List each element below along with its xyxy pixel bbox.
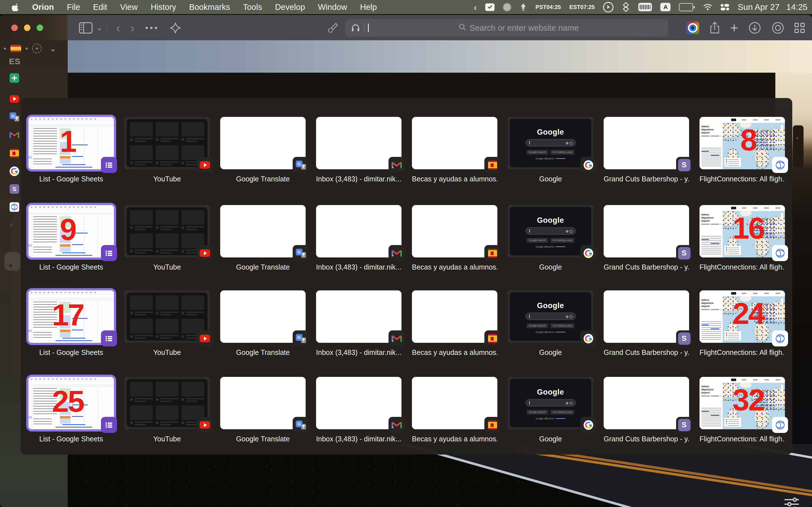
checkbox-menu-icon[interactable] <box>485 3 495 11</box>
tab-tile[interactable]: Google Google Search I'm Feeling Lucky G… <box>508 205 593 271</box>
tab-tile[interactable]: Google Google Search I'm Feeling Lucky G… <box>700 117 785 183</box>
tab-tile[interactable]: Google Google Search I'm Feeling Lucky G… <box>604 205 689 271</box>
tab-tile[interactable]: Google Google Search I'm Feeling Lucky G… <box>29 290 114 356</box>
tab-tile[interactable]: Google Google Search I'm Feeling Lucky G… <box>29 117 114 183</box>
tab-tile[interactable]: Google Google Search I'm Feeling Lucky G… <box>124 377 210 443</box>
tab-tile[interactable]: Google Google Search I'm Feeling Lucky G… <box>220 205 306 271</box>
close-window-button[interactable] <box>11 24 18 31</box>
address-bar[interactable]: Search or enter website name <box>345 19 668 37</box>
ai-sparkle-icon[interactable] <box>169 22 181 34</box>
tab-overview-icon[interactable] <box>795 23 805 33</box>
downloads-icon[interactable] <box>748 21 761 34</box>
tab-thumbnail: Google Google Search I'm Feeling Lucky G… <box>29 290 114 343</box>
tab-favicon-badge: G S <box>580 245 596 261</box>
toggle-sidebar-icon[interactable] <box>79 22 93 34</box>
group-dot-icon[interactable] <box>4 48 6 50</box>
zoom-window-button[interactable] <box>37 24 43 31</box>
appearance-brush-icon[interactable] <box>326 22 339 34</box>
tab-tile[interactable]: Google Google Search I'm Feeling Lucky G… <box>316 290 402 356</box>
tab-tile[interactable]: Google Google Search I'm Feeling Lucky G… <box>508 117 593 183</box>
forward-button[interactable]: › <box>130 22 135 34</box>
menu-item-file[interactable]: File <box>67 3 80 12</box>
menu-item-edit[interactable]: Edit <box>93 3 107 12</box>
menu-item-tools[interactable]: Tools <box>243 3 262 12</box>
menu-bar: OrionFileEditViewHistoryBookmarksToolsDe… <box>0 0 812 14</box>
tab-title: List - Google Sheets <box>29 348 114 356</box>
google-translate-icon: G <box>296 420 306 430</box>
group-chevron-down-icon[interactable]: ⌄ <box>50 44 56 53</box>
flightconnections-icon[interactable] <box>10 202 19 212</box>
tab-tile[interactable]: Google Google Search I'm Feeling Lucky G… <box>412 290 497 356</box>
timezone-est[interactable]: EST07:25 <box>569 4 595 10</box>
tab-tile[interactable]: Google Google Search I'm Feeling Lucky G… <box>316 117 402 183</box>
tab-tile[interactable]: Google Google Search I'm Feeling Lucky G… <box>604 117 689 183</box>
more-menu-icon[interactable]: ••• <box>145 23 159 33</box>
input-source-icon[interactable]: A <box>660 3 670 11</box>
barcode-menu-icon[interactable] <box>638 3 652 11</box>
gmail-icon[interactable] <box>10 130 19 140</box>
youtube-icon <box>200 161 210 169</box>
tab-tile[interactable]: Google Google Search I'm Feeling Lucky G… <box>220 377 306 443</box>
tab-tile[interactable]: Google Google Search I'm Feeling Lucky G… <box>508 377 593 443</box>
menu-item-develop[interactable]: Develop <box>275 3 305 12</box>
tab-tile[interactable]: Google Google Search I'm Feeling Lucky G… <box>604 377 689 443</box>
sidebar-handle[interactable] <box>4 252 20 271</box>
tab-tile[interactable]: Google Google Search I'm Feeling Lucky G… <box>700 205 785 271</box>
menu-item-help[interactable]: Help <box>360 3 377 12</box>
tab-tile[interactable]: Google Google Search I'm Feeling Lucky G… <box>29 205 114 271</box>
tab-tile[interactable]: Google Google Search I'm Feeling Lucky G… <box>412 205 497 271</box>
tab-tile[interactable]: Google Google Search I'm Feeling Lucky G… <box>124 290 210 356</box>
tab-tile[interactable]: Google Google Search I'm Feeling Lucky G… <box>700 377 785 443</box>
tab-tile[interactable]: Google Google Search I'm Feeling Lucky G… <box>412 377 497 443</box>
spain-flag-group-icon[interactable] <box>10 45 21 52</box>
control-center-icon[interactable] <box>721 4 729 10</box>
google-translate-icon[interactable]: G <box>10 112 19 122</box>
assistant-orb-icon[interactable] <box>503 3 511 11</box>
google-sheets-icon[interactable] <box>10 73 19 83</box>
share-icon[interactable] <box>709 22 720 34</box>
map-zoom-control <box>781 213 783 220</box>
menu-item-window[interactable]: Window <box>318 3 347 12</box>
updater-arrow-icon[interactable] <box>520 3 527 11</box>
tab-tile[interactable]: Google Google Search I'm Feeling Lucky G… <box>316 205 402 271</box>
new-group-plus-icon[interactable]: + <box>32 44 42 53</box>
squarespace-icon[interactable]: S <box>10 184 19 194</box>
menu-item-history[interactable]: History <box>151 3 176 12</box>
tab-tile[interactable]: Google Google Search I'm Feeling Lucky G… <box>29 377 114 443</box>
wifi-icon[interactable] <box>703 3 712 11</box>
menu-item-bookmarks[interactable]: Bookmarks <box>189 3 230 12</box>
group-dot-icon[interactable] <box>26 48 28 50</box>
tab-tile[interactable]: Google Google Search I'm Feeling Lucky G… <box>508 290 593 356</box>
tab-tile[interactable]: Google Google Search I'm Feeling Lucky G… <box>124 205 210 271</box>
tab-title: Google <box>508 175 593 183</box>
apple-menu-icon[interactable] <box>12 3 19 11</box>
youtube-icon[interactable] <box>10 94 19 104</box>
spain-flag-icon[interactable] <box>10 149 19 158</box>
sidebar-chevron-icon[interactable]: ⌄ <box>96 23 103 32</box>
tab-favicon-badge: G S <box>197 330 213 346</box>
google-offered-line: Google offered in: <box>510 245 591 248</box>
menu-clock[interactable]: Sun Apr 27 14:25 <box>738 2 808 12</box>
play-menu-icon[interactable] <box>603 2 613 12</box>
hidden-items-chevron-icon[interactable]: ‹ <box>474 2 477 12</box>
tab-tile[interactable]: Google Google Search I'm Feeling Lucky G… <box>412 117 497 183</box>
google-icon[interactable] <box>10 166 19 176</box>
battery-icon[interactable] <box>679 3 695 11</box>
shortcuts-diamonds-icon[interactable] <box>622 2 630 12</box>
new-tab-button[interactable]: + <box>730 21 738 35</box>
tab-tile[interactable]: Google Google Search I'm Feeling Lucky G… <box>316 377 402 443</box>
minimize-window-button[interactable] <box>24 24 31 31</box>
timezone-pst[interactable]: PST04:25 <box>536 4 561 10</box>
tab-tile[interactable]: Google Google Search I'm Feeling Lucky G… <box>220 117 306 183</box>
tab-tile[interactable]: Google Google Search I'm Feeling Lucky G… <box>604 290 689 356</box>
extension-eye-icon[interactable] <box>686 21 699 34</box>
menu-item-view[interactable]: View <box>120 3 138 12</box>
focus-record-icon[interactable] <box>771 21 784 34</box>
menu-item-orion[interactable]: Orion <box>32 3 54 12</box>
back-button[interactable]: ‹ <box>116 22 120 34</box>
listen-headphones-icon[interactable] <box>350 22 361 34</box>
tab-tile[interactable]: Google Google Search I'm Feeling Lucky G… <box>220 290 306 356</box>
overview-filter-button[interactable] <box>781 496 802 507</box>
tab-tile[interactable]: Google Google Search I'm Feeling Lucky G… <box>700 290 785 356</box>
tab-tile[interactable]: Google Google Search I'm Feeling Lucky G… <box>124 117 210 183</box>
